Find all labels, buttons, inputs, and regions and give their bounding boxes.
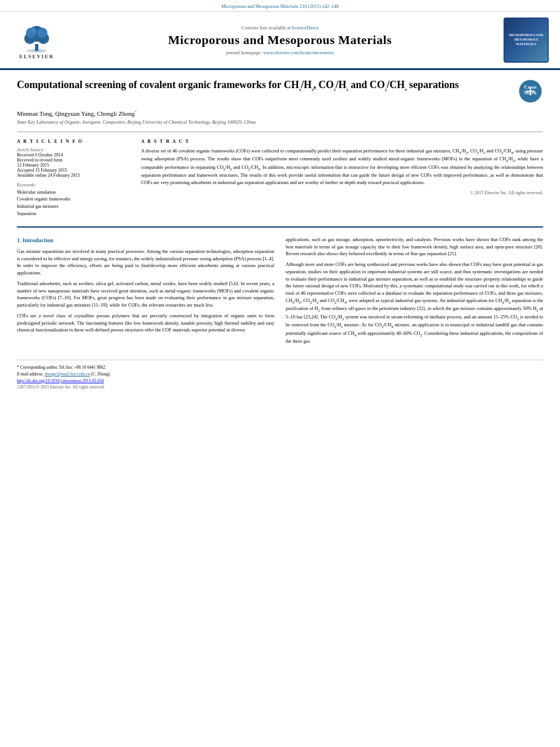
keyword-1: Molecular simulation (17, 189, 130, 196)
authors-line: Minman Tong, Qingyuan Yang, Chongli Zhon… (17, 110, 543, 117)
doi-link[interactable]: http://dx.doi.org/10.1016/j.micromeso.20… (17, 378, 104, 383)
main-content: Computational screening of covalent orga… (0, 70, 560, 398)
article-history-group: Article history: Received 6 October 2014… (17, 147, 130, 178)
crossmark-badge: Cross Mark (518, 78, 543, 104)
intro-para-5: Although more and more COFs are being sy… (286, 261, 543, 345)
keyword-3: Industrial gas mixtures (17, 203, 130, 211)
journal-header: ELSEVIER Contents lists available at Sci… (0, 12, 560, 70)
elsevier-tree-icon (20, 21, 54, 53)
keyword-4: Separation (17, 211, 130, 218)
article-info-header: A R T I C L E I N F O (17, 139, 130, 144)
introduction-section: 1. Introduction Gas mixture separations … (17, 236, 543, 348)
journal-center-info: Contents lists available at ScienceDirec… (68, 25, 492, 55)
body-content: 1. Introduction Gas mixture separations … (17, 226, 543, 348)
abstract-column: A B S T R A C T A diverse set of 46 cova… (141, 139, 543, 218)
homepage-link[interactable]: www.elsevier.com/locate/micromeso (263, 50, 334, 55)
body-col-right: applications, such as gas storage, adsor… (286, 236, 543, 348)
abstract-header: A B S T R A C T (141, 139, 543, 144)
svg-point-1 (27, 49, 47, 53)
journal-logo-right: MICROPOROUS AND MESOPOROUS MATERIALS (498, 18, 549, 63)
keyword-2: Covalent organic frameworks (17, 196, 130, 203)
svg-point-7 (32, 28, 36, 33)
journal-title: Microporous and Mesoporous Materials (68, 33, 492, 47)
elsevier-label: ELSEVIER (19, 54, 54, 59)
affiliation-line: State Key Laboratory of Organic–Inorgani… (17, 119, 543, 125)
svg-point-6 (37, 28, 47, 38)
elsevier-logo: ELSEVIER (11, 21, 62, 59)
doi-line: http://dx.doi.org/10.1016/j.micromeso.20… (17, 378, 543, 383)
intro-para-1: Gas mixture separations are involved in … (17, 248, 274, 277)
email-link[interactable]: zhongcl@mail.buct.edu.cn (45, 372, 90, 377)
homepage-line: journal homepage: www.elsevier.com/locat… (68, 50, 492, 55)
body-col-left: 1. Introduction Gas mixture separations … (17, 236, 274, 348)
article-title-section: Computational screening of covalent orga… (17, 78, 543, 104)
corresponding-author-note: * Corresponding author. Tel./fax: +86 10… (17, 365, 543, 370)
intro-para-2: Traditional adsorbents, such as zeolites… (17, 280, 274, 309)
article-info-column: A R T I C L E I N F O Article history: R… (17, 139, 130, 218)
contents-available-line: Contents lists available at ScienceDirec… (68, 25, 492, 30)
sciencedirect-link[interactable]: ScienceDirect (292, 25, 319, 30)
intro-para-4: applications, such as gas storage, adsor… (286, 236, 543, 257)
article-info-abstract-section: A R T I C L E I N F O Article history: R… (17, 132, 543, 218)
email-note: E-mail address: zhongcl@mail.buct.edu.cn… (17, 372, 543, 377)
abstract-text: A diverse set of 46 covalent organic fra… (141, 147, 543, 186)
copyright-line: © 2015 Elsevier Inc. All rights reserved… (141, 190, 543, 195)
rights-line: 1387-1811/© 2015 Elsevier Inc. All right… (17, 385, 543, 390)
intro-para-3: COFs are a novel class of crystalline po… (17, 312, 274, 334)
article-title: Computational screening of covalent orga… (17, 78, 512, 92)
footer-section: * Corresponding author. Tel./fax: +86 10… (17, 360, 543, 390)
keywords-section: Keywords: Molecular simulation Covalent … (17, 182, 130, 218)
section-title: 1. Introduction (17, 236, 274, 244)
citation-text: Microporous and Mesoporous Materials 210… (221, 3, 339, 9)
journal-citation: Microporous and Mesoporous Materials 210… (0, 0, 560, 12)
article-title-container: Computational screening of covalent orga… (17, 78, 512, 97)
journal-logo-text: MICROPOROUS AND MESOPOROUS MATERIALS (505, 31, 548, 49)
